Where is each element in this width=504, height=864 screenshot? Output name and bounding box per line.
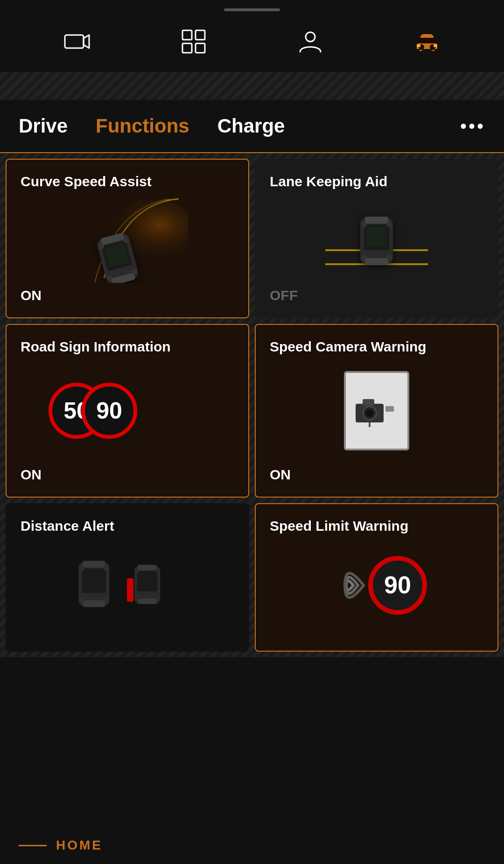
nav-camera[interactable] bbox=[61, 25, 93, 58]
camera-sign-container bbox=[270, 359, 483, 462]
svg-point-29 bbox=[386, 222, 392, 227]
nav-grid[interactable] bbox=[177, 25, 210, 58]
home-bar: HOME bbox=[0, 827, 504, 864]
tab-bar: Drive Functions Charge ••• bbox=[0, 100, 504, 153]
svg-rect-2 bbox=[182, 30, 192, 40]
svg-rect-26 bbox=[365, 217, 388, 224]
svg-point-28 bbox=[361, 222, 367, 227]
svg-rect-50 bbox=[83, 561, 105, 568]
svg-rect-51 bbox=[83, 600, 105, 607]
camera-sign bbox=[344, 371, 409, 450]
tab-functions[interactable]: Functions bbox=[96, 100, 189, 152]
top-navigation bbox=[0, 11, 504, 72]
tab-drive[interactable]: Drive bbox=[19, 100, 68, 152]
svg-rect-40 bbox=[137, 571, 157, 591]
card-status-speed-camera: ON bbox=[270, 467, 483, 483]
svg-point-53 bbox=[103, 566, 108, 571]
card-title-speed-limit: Speed Limit Warning bbox=[270, 518, 483, 534]
nav-profile[interactable] bbox=[294, 25, 327, 58]
card-distance-alert[interactable]: Distance Alert bbox=[6, 503, 249, 652]
svg-rect-11 bbox=[434, 44, 437, 47]
svg-rect-47 bbox=[127, 578, 133, 602]
speed-limit-svg: 90 bbox=[325, 548, 428, 623]
home-label[interactable]: HOME bbox=[56, 838, 103, 853]
illustration-curve-speed bbox=[21, 194, 234, 283]
svg-point-52 bbox=[79, 566, 84, 571]
illustration-speed-limit: 90 bbox=[270, 539, 483, 632]
distance-alert-svg bbox=[74, 548, 181, 623]
distance-cars bbox=[21, 539, 234, 632]
svg-text:90: 90 bbox=[384, 571, 411, 598]
illustration-speed-camera bbox=[270, 359, 483, 462]
illustration-lane-keeping bbox=[270, 194, 483, 283]
speed-sign-90: 90 bbox=[81, 383, 137, 439]
curve-speed-svg bbox=[67, 194, 188, 283]
illustration-distance-alert bbox=[21, 539, 234, 632]
card-speed-camera-warning[interactable]: Speed Camera Warning bbox=[255, 324, 498, 498]
card-lane-keeping-aid[interactable]: Lane Keeping Aid OF bbox=[255, 159, 498, 318]
functions-grid: Curve Speed Assist bbox=[0, 153, 504, 657]
svg-rect-49 bbox=[82, 569, 106, 593]
svg-rect-32 bbox=[367, 227, 386, 246]
svg-rect-41 bbox=[138, 565, 157, 570]
home-line bbox=[19, 845, 47, 846]
card-status-road-sign: ON bbox=[21, 467, 234, 483]
card-title-road-sign: Road Sign Information bbox=[21, 339, 234, 355]
card-title-lane-keeping: Lane Keeping Aid bbox=[270, 174, 483, 190]
svg-rect-27 bbox=[365, 258, 388, 265]
svg-point-45 bbox=[135, 595, 140, 599]
svg-point-44 bbox=[155, 569, 160, 573]
svg-point-43 bbox=[135, 569, 140, 573]
speed-limit-visual: 90 bbox=[270, 539, 483, 632]
svg-rect-7 bbox=[419, 38, 435, 43]
svg-point-35 bbox=[366, 409, 373, 417]
card-title-speed-camera: Speed Camera Warning bbox=[270, 339, 483, 355]
svg-marker-1 bbox=[84, 35, 89, 48]
tab-charge[interactable]: Charge bbox=[217, 100, 285, 152]
svg-rect-36 bbox=[363, 399, 374, 406]
card-status-lane-keeping: OFF bbox=[270, 288, 483, 303]
rsi-signs: 50 90 bbox=[21, 359, 234, 462]
svg-rect-4 bbox=[182, 43, 192, 53]
illustration-road-sign: 50 90 bbox=[21, 359, 234, 462]
card-road-sign-info[interactable]: Road Sign Information 50 90 ON bbox=[6, 324, 249, 498]
svg-point-55 bbox=[103, 597, 108, 602]
card-status-curve-speed: ON bbox=[21, 288, 234, 303]
svg-rect-5 bbox=[196, 43, 205, 53]
svg-point-31 bbox=[386, 254, 392, 260]
svg-rect-42 bbox=[138, 598, 157, 604]
svg-rect-10 bbox=[417, 44, 420, 47]
camera-sign-svg bbox=[351, 392, 402, 429]
card-speed-limit-warning[interactable]: Speed Limit Warning 90 bbox=[255, 503, 498, 652]
svg-rect-3 bbox=[196, 30, 205, 40]
svg-point-30 bbox=[361, 254, 367, 260]
svg-point-46 bbox=[155, 595, 160, 599]
card-title-distance-alert: Distance Alert bbox=[21, 518, 234, 534]
lane-keeping-svg bbox=[316, 194, 437, 283]
svg-point-6 bbox=[306, 32, 315, 42]
card-title-curve-speed: Curve Speed Assist bbox=[21, 174, 234, 190]
nav-car[interactable] bbox=[411, 25, 443, 58]
tab-more-button[interactable]: ••• bbox=[460, 116, 485, 137]
svg-rect-37 bbox=[385, 406, 394, 412]
stripe-separator bbox=[0, 72, 504, 100]
svg-rect-0 bbox=[65, 35, 84, 48]
svg-point-54 bbox=[79, 597, 84, 602]
card-curve-speed-assist[interactable]: Curve Speed Assist bbox=[6, 159, 249, 318]
